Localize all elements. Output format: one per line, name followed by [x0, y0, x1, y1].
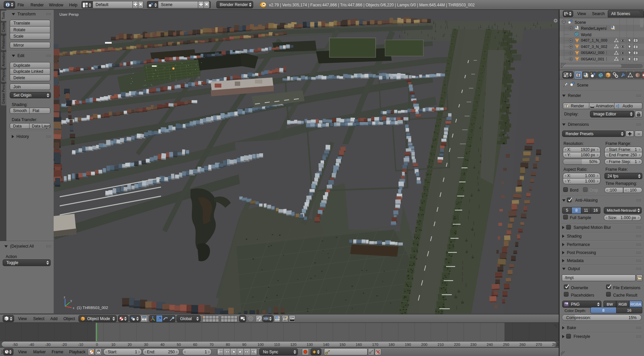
svg-text:x: x: [73, 306, 74, 310]
svg-text:z: z: [64, 296, 65, 299]
svg-text:y: y: [70, 299, 72, 302]
